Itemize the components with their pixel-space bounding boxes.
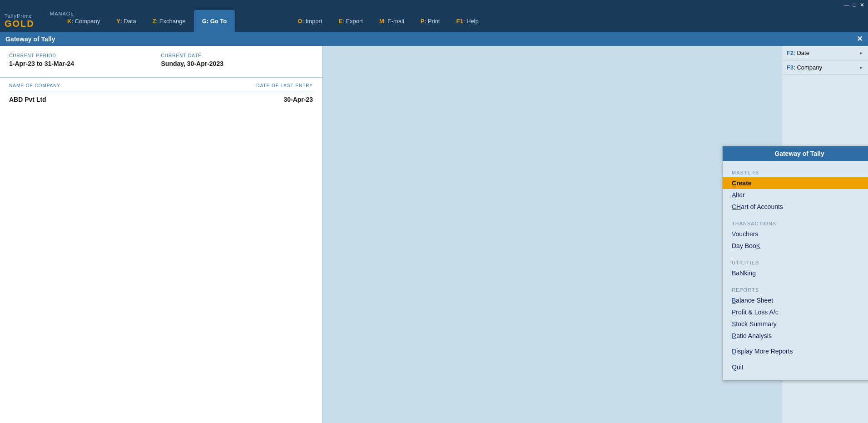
vouchers-key: V xyxy=(732,230,736,238)
chart-key: CH xyxy=(732,203,741,210)
menu-balance-sheet[interactable]: Balance Sheet xyxy=(723,294,868,306)
menu-create[interactable]: Create xyxy=(723,177,868,189)
center-area: Gateway of Tally MASTERS Create Alter CH… xyxy=(322,46,782,423)
app-logo: MANAGE TallyPrime GOLD xyxy=(5,13,45,29)
sidebar-f2-label: F2: Date xyxy=(787,50,809,56)
balance-sheet-key: B xyxy=(732,297,736,304)
reports-section-label: REPORTS xyxy=(723,283,868,294)
left-panel: CURRENT PERIOD 1-Apr-23 to 31-Mar-24 CUR… xyxy=(0,46,322,423)
gateway-menu-title: Gateway of Tally xyxy=(723,146,868,161)
title-bar: — □ ✕ xyxy=(0,0,868,10)
gateway-title: Gateway of Tally xyxy=(5,35,55,43)
current-period-value: 1-Apr-23 to 31-Mar-24 xyxy=(9,60,161,67)
alter-key: A xyxy=(732,191,736,199)
current-period-col: CURRENT PERIOD 1-Apr-23 to 31-Mar-24 xyxy=(9,53,161,67)
ratio-key: R xyxy=(732,332,736,339)
gateway-bar: Gateway of Tally ✕ xyxy=(0,32,868,46)
stock-key: S xyxy=(732,320,736,328)
transactions-section-label: TRANSACTIONS xyxy=(723,216,868,228)
app-logo-top: TallyPrime xyxy=(5,13,45,19)
current-period-label: CURRENT PERIOD xyxy=(9,53,161,58)
spacer-4 xyxy=(723,342,868,345)
masters-section-label: MASTERS xyxy=(723,165,868,177)
utilities-section-label: UTILITIES xyxy=(723,255,868,267)
sidebar-f3-label: F3: Company xyxy=(787,64,822,71)
nav-export[interactable]: E: Export xyxy=(330,10,371,32)
sidebar-f3-company[interactable]: F3: Company ► xyxy=(782,60,868,75)
menu-banking[interactable]: BaNking xyxy=(723,267,868,279)
create-key: C xyxy=(732,179,736,187)
nav-help[interactable]: F1: Help xyxy=(448,10,487,32)
company-name-header: NAME OF COMPANY xyxy=(9,83,161,88)
f2-arrow-icon: ► xyxy=(859,50,863,55)
menu-profit-loss[interactable]: Profit & Loss A/c xyxy=(723,306,868,318)
main-layout: CURRENT PERIOD 1-Apr-23 to 31-Mar-24 CUR… xyxy=(0,46,868,423)
current-date-label: CURRENT DATE xyxy=(161,53,313,58)
nav-data-key: Y xyxy=(116,18,120,25)
nav-company-key: K xyxy=(67,18,71,25)
f3-arrow-icon: ► xyxy=(859,65,863,70)
last-entry-header: DATE OF LAST ENTRY xyxy=(161,83,313,88)
daybook-key: K xyxy=(756,242,760,249)
quit-key: Q xyxy=(732,363,737,371)
gateway-of-tally-menu: Gateway of Tally MASTERS Create Alter CH… xyxy=(722,146,868,380)
nav-email[interactable]: M: E-mail xyxy=(371,10,412,32)
company-data-row: ABD Pvt Ltd 30-Apr-23 xyxy=(9,94,313,105)
nav-email-key: M xyxy=(379,18,384,25)
profit-loss-key: P xyxy=(732,309,736,316)
menu-display-more-reports[interactable]: Display More Reports xyxy=(723,345,868,357)
close-button[interactable]: ✕ xyxy=(860,2,864,8)
spacer-1 xyxy=(723,213,868,216)
app-logo-bottom: GOLD xyxy=(5,19,45,29)
maximize-button[interactable]: □ xyxy=(853,2,856,8)
nav-import-key: O xyxy=(298,18,302,25)
menu-stock-summary[interactable]: Stock Summary xyxy=(723,318,868,330)
menu-quit[interactable]: Quit xyxy=(723,357,868,375)
nav-print[interactable]: P: Print xyxy=(412,10,448,32)
gateway-close-button[interactable]: ✕ xyxy=(857,35,863,43)
nav-print-key: P xyxy=(421,18,425,25)
menu-day-book[interactable]: Day BooK xyxy=(723,240,868,252)
nav-exchange[interactable]: Z: Exchange xyxy=(144,10,194,32)
company-header-row: NAME OF COMPANY DATE OF LAST ENTRY xyxy=(9,83,313,91)
menu-alter[interactable]: Alter xyxy=(723,189,868,201)
nav-export-key: E xyxy=(338,18,342,25)
current-date-value: Sunday, 30-Apr-2023 xyxy=(161,60,313,67)
menu-body: MASTERS Create Alter CHart of Accounts T… xyxy=(723,161,868,380)
display-more-key: D xyxy=(732,348,736,355)
menu-chart-of-accounts[interactable]: CHart of Accounts xyxy=(723,201,868,213)
current-date-col: CURRENT DATE Sunday, 30-Apr-2023 xyxy=(161,53,313,67)
menu-vouchers[interactable]: Vouchers xyxy=(723,228,868,240)
info-divider xyxy=(0,77,322,78)
sidebar-f2-date[interactable]: F2: Date ► xyxy=(782,46,868,60)
minimize-button[interactable]: — xyxy=(844,2,849,8)
nav-import[interactable]: O: Import xyxy=(289,10,330,32)
menu-ratio-analysis[interactable]: Ratio Analysis xyxy=(723,330,868,342)
nav-data[interactable]: Y: Data xyxy=(108,10,144,32)
last-entry-date: 30-Apr-23 xyxy=(258,96,313,103)
spacer-2 xyxy=(723,252,868,255)
nav-menu: K: Company Y: Data Z: Exchange G: Go To … xyxy=(59,10,868,32)
company-section: NAME OF COMPANY DATE OF LAST ENTRY ABD P… xyxy=(0,83,322,105)
app-header: MANAGE TallyPrime GOLD K: Company Y: Dat… xyxy=(0,10,868,32)
spacer-3 xyxy=(723,279,868,283)
nav-exchange-key: Z xyxy=(153,18,156,25)
banking-key: N xyxy=(739,269,744,277)
nav-goto-key: G xyxy=(202,18,207,25)
company-name: ABD Pvt Ltd xyxy=(9,96,258,103)
period-date-row: CURRENT PERIOD 1-Apr-23 to 31-Mar-24 CUR… xyxy=(9,53,313,67)
info-section: CURRENT PERIOD 1-Apr-23 to 31-Mar-24 CUR… xyxy=(0,46,322,72)
nav-help-key: F1 xyxy=(456,18,463,25)
nav-goto[interactable]: G: Go To xyxy=(194,10,235,32)
manage-label: MANAGE xyxy=(50,10,74,16)
